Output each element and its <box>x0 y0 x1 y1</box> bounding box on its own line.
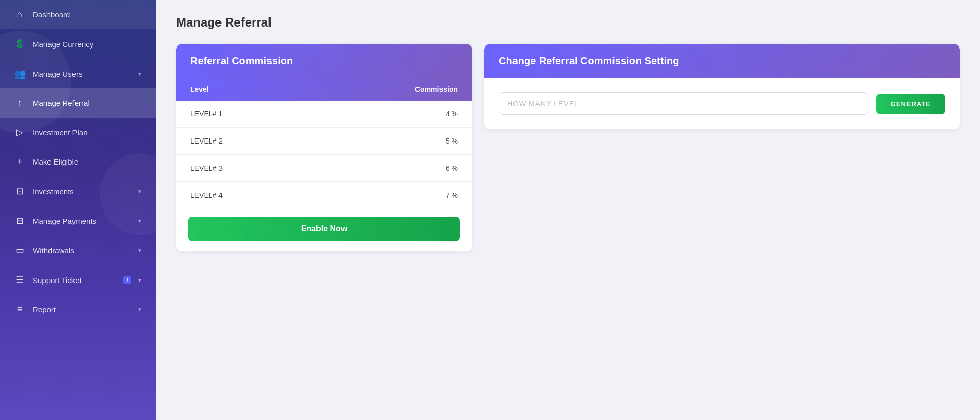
sidebar-item-manage-payments[interactable]: ⊟ Manage Payments ▾ <box>0 206 156 236</box>
level-cell: LEVEL# 1 <box>176 101 312 128</box>
sidebar-item-manage-users[interactable]: 👥 Manage Users ▾ <box>0 59 156 88</box>
commission-card-header: Referral Commission <box>176 44 472 78</box>
sidebar-item-label: Manage Currency <box>33 40 141 49</box>
sidebar-item-manage-currency[interactable]: 💲 Manage Currency <box>0 29 156 59</box>
withdrawals-icon: ▭ <box>14 245 26 256</box>
enable-now-button[interactable]: Enable Now <box>188 217 460 241</box>
chevron-down-icon: ▾ <box>138 277 141 284</box>
chevron-down-icon: ▾ <box>138 218 141 224</box>
support-icon: ☰ <box>14 274 26 286</box>
sidebar-item-label: Dashboard <box>33 10 141 19</box>
commission-table: Level Commission LEVEL# 1 4 % LEVEL# 2 5… <box>176 78 472 208</box>
commission-card: Referral Commission Level Commission LEV… <box>176 44 472 251</box>
sidebar-item-manage-referral[interactable]: ↑ Manage Referral <box>0 88 156 118</box>
sidebar-item-label: Manage Payments <box>33 217 131 225</box>
level-count-input[interactable] <box>499 92 868 115</box>
sidebar-item-report[interactable]: ≡ Report ▾ <box>0 295 156 324</box>
sidebar-item-label: Report <box>33 305 131 314</box>
sidebar-item-make-eligible[interactable]: + Make Eligible <box>0 147 156 176</box>
commission-cell: 7 % <box>312 182 472 209</box>
sidebar-item-investment-plan[interactable]: ▷ Investment Plan <box>0 118 156 147</box>
currency-icon: 💲 <box>14 38 26 50</box>
main-content: Manage Referral Referral Commission Leve… <box>156 0 980 420</box>
chevron-down-icon: ▾ <box>138 306 141 313</box>
setting-card: Change Referral Commission Setting GENER… <box>484 44 960 129</box>
notification-badge: ! <box>123 276 131 284</box>
chevron-down-icon: ▾ <box>138 247 141 254</box>
sidebar: ⌂ Dashboard 💲 Manage Currency 👥 Manage U… <box>0 0 156 420</box>
sidebar-item-label: Manage Users <box>33 69 131 78</box>
table-row: LEVEL# 2 5 % <box>176 128 472 155</box>
level-cell: LEVEL# 3 <box>176 155 312 182</box>
sidebar-item-label: Investment Plan <box>33 128 141 137</box>
page-title: Manage Referral <box>176 15 960 30</box>
cards-row: Referral Commission Level Commission LEV… <box>176 44 960 251</box>
sidebar-item-withdrawals[interactable]: ▭ Withdrawals ▾ <box>0 236 156 265</box>
sidebar-item-label: Withdrawals <box>33 246 131 255</box>
table-header-row: Level Commission <box>176 78 472 101</box>
level-cell: LEVEL# 2 <box>176 128 312 155</box>
sidebar-item-support-ticket[interactable]: ☰ Support Ticket ! ▾ <box>0 265 156 295</box>
table-row: LEVEL# 3 6 % <box>176 155 472 182</box>
setting-card-title: Change Referral Commission Setting <box>499 55 945 67</box>
commission-cell: 4 % <box>312 101 472 128</box>
commission-card-title: Referral Commission <box>190 55 458 67</box>
commission-cell: 6 % <box>312 155 472 182</box>
setting-card-header: Change Referral Commission Setting <box>484 44 960 78</box>
table-row: LEVEL# 4 7 % <box>176 182 472 209</box>
plus-icon: + <box>14 156 26 167</box>
sidebar-item-investments[interactable]: ⊡ Investments ▾ <box>0 176 156 206</box>
setting-card-body: GENERATE <box>484 78 960 129</box>
level-cell: LEVEL# 4 <box>176 182 312 209</box>
report-icon: ≡ <box>14 304 26 315</box>
generate-button[interactable]: GENERATE <box>876 94 945 114</box>
home-icon: ⌂ <box>14 9 26 20</box>
commission-cell: 5 % <box>312 128 472 155</box>
sidebar-item-label: Make Eligible <box>33 157 141 166</box>
chevron-down-icon: ▾ <box>138 188 141 195</box>
sidebar-item-label: Manage Referral <box>33 99 141 107</box>
payments-icon: ⊟ <box>14 215 26 226</box>
sidebar-item-label: Support Ticket <box>33 276 116 285</box>
referral-icon: ↑ <box>14 98 26 108</box>
table-row: LEVEL# 1 4 % <box>176 101 472 128</box>
col-commission-header: Commission <box>312 78 472 101</box>
investments-icon: ⊡ <box>14 185 26 197</box>
sidebar-item-dashboard[interactable]: ⌂ Dashboard <box>0 0 156 29</box>
sidebar-item-label: Investments <box>33 187 131 196</box>
investment-plan-icon: ▷ <box>14 127 26 138</box>
col-level-header: Level <box>176 78 312 101</box>
users-icon: 👥 <box>14 68 26 79</box>
chevron-down-icon: ▾ <box>138 71 141 77</box>
